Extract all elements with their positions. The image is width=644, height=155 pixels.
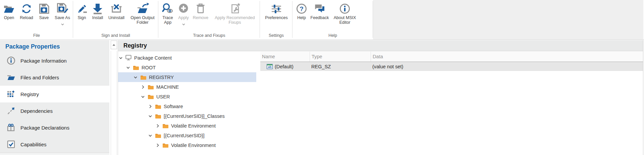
tree-node--currentusersid-[interactable]: [{CurrentUserSID}]: [118, 131, 256, 140]
column-header-type[interactable]: Type: [310, 52, 371, 62]
column-header-data[interactable]: Data: [371, 52, 643, 62]
tree-node-root[interactable]: ROOT: [118, 63, 256, 72]
feedback-button[interactable]: Feedback: [309, 2, 330, 25]
uninstall-button[interactable]: Uninstall: [106, 2, 127, 25]
chevron-down-icon[interactable]: [133, 75, 139, 80]
tree-node-label: REGISTRY: [149, 75, 174, 80]
files-and-folders-icon: [7, 73, 15, 82]
reload-button[interactable]: Reload: [17, 2, 36, 27]
registry-values-table: NameTypeData ab(Default)REG_SZ(value not…: [260, 52, 643, 71]
tree-node-label: Package Content: [134, 55, 172, 61]
ribbon-group-sign-and-install: SignInstallUninstallOpen Output FolderSi…: [73, 0, 158, 40]
ribbon-group-label: Sign and Install: [73, 33, 158, 38]
ribbon-button-label: Open: [4, 15, 14, 20]
sidebar-scrollbar[interactable]: [111, 41, 117, 155]
save-as-button[interactable]: Save As: [52, 2, 73, 27]
value-data: (value not set): [371, 64, 643, 69]
sidebar-item-registry[interactable]: Registry: [0, 86, 109, 102]
ribbon-group-help: ?HelpFeedbackAbout MSIX EditorHelp: [292, 0, 373, 40]
chevron-right-icon[interactable]: [148, 104, 154, 109]
install-icon: [91, 2, 104, 15]
column-header-name[interactable]: Name: [260, 52, 310, 62]
help-button[interactable]: ?Help: [294, 2, 309, 25]
ribbon-button-label: Preferences: [265, 15, 287, 20]
svg-text:?: ?: [300, 5, 304, 12]
trace-app-button[interactable]: Trace App: [160, 2, 176, 27]
help-icon: ?: [295, 2, 308, 15]
tree-node-software[interactable]: Software: [118, 101, 256, 111]
dropdown-chevron-icon: [182, 21, 185, 27]
chevron-down-icon[interactable]: [126, 65, 131, 70]
tree-node-label: MACHINE: [156, 84, 179, 90]
apply-button[interactable]: Apply: [176, 2, 191, 27]
chevron-right-icon[interactable]: [141, 85, 146, 89]
chevron-down-icon[interactable]: [141, 94, 146, 99]
open-output-folder-button[interactable]: Open Output Folder: [127, 2, 158, 25]
folder-icon: [155, 104, 162, 109]
tree-node-user[interactable]: USER: [118, 92, 256, 101]
sidebar-item-package-declarations[interactable]: Package Declarations: [0, 119, 109, 136]
ribbon-button-label: Help: [297, 15, 306, 20]
sidebar-item-package-information[interactable]: Package Information: [0, 52, 109, 69]
trace-app-icon: [161, 2, 174, 15]
ribbon-group-trace-and-fixups: Trace AppApplyRemoveApply Recommended Fi…: [158, 0, 260, 40]
ribbon-toolbar: OpenReloadSaveSave AsFileSignInstallUnin…: [0, 0, 644, 40]
sidebar-item-label: Package Information: [20, 58, 67, 64]
open-output-folder-icon: [136, 2, 149, 15]
tree-node-volatile-environment[interactable]: Volatile Environment: [118, 140, 256, 150]
ribbon-button-label: Open Output Folder: [127, 15, 158, 25]
registry-tree: Package ContentROOTREGISTRYMACHINEUSERSo…: [118, 53, 256, 150]
sidebar-item-files-and-folders[interactable]: Files and Folders: [0, 69, 109, 86]
dropdown-chevron-icon: [61, 21, 64, 27]
open-button[interactable]: Open: [1, 2, 17, 27]
msix-editor-window: OpenReloadSaveSave AsFileSignInstallUnin…: [0, 0, 644, 155]
open-icon: [3, 2, 15, 15]
ribbon-group-separator: [373, 1, 373, 38]
sidebar-item-capabilities[interactable]: Capabilities: [0, 136, 109, 153]
chevron-down-icon[interactable]: [148, 133, 154, 138]
remove-button[interactable]: Remove: [191, 2, 210, 27]
tree-node-registry[interactable]: REGISTRY: [118, 72, 256, 82]
preferences-button[interactable]: Preferences: [261, 2, 291, 20]
preferences-icon: [270, 2, 283, 15]
tree-node-machine[interactable]: MACHINE: [118, 82, 256, 92]
tree-node-package-content[interactable]: Package Content: [118, 53, 256, 63]
tree-node--currentusersid-classes[interactable]: [{CurrentUserSID}]_Classes: [118, 111, 256, 121]
value-name: (Default): [275, 64, 293, 69]
folder-icon: [140, 75, 147, 80]
chevron-right-icon[interactable]: [156, 143, 161, 148]
ribbon-button-label: Uninstall: [108, 15, 124, 20]
scroll-up-button[interactable]: [111, 41, 117, 49]
scrollbar-track[interactable]: [111, 51, 117, 155]
apply-recommended-fixups-button[interactable]: Apply Recommended Fixups: [210, 2, 260, 27]
remove-icon: [194, 2, 207, 15]
tree-node-volatile-environment[interactable]: Volatile Environment: [118, 121, 256, 131]
ribbon-button-label: Apply Recommended Fixups: [210, 15, 260, 25]
package-information-icon: [7, 56, 15, 65]
ribbon-filler: [373, 0, 643, 40]
ribbon-button-label: Remove: [193, 15, 209, 20]
folder-icon: [148, 84, 154, 90]
chevron-down-icon[interactable]: [148, 114, 154, 119]
sidebar-item-label: Capabilities: [20, 142, 47, 147]
dependencies-icon: [7, 106, 15, 115]
about-msix-editor-button[interactable]: About MSIX Editor: [330, 2, 360, 25]
install-button[interactable]: Install: [89, 2, 106, 25]
save-as-icon: [56, 2, 69, 15]
ribbon-button-label: Feedback: [311, 15, 329, 20]
sidebar-item-dependencies[interactable]: Dependencies: [0, 102, 109, 119]
chevron-right-icon[interactable]: [156, 124, 161, 128]
value-row--default-[interactable]: ab(Default)REG_SZ(value not set): [260, 62, 643, 71]
folder-icon: [133, 65, 140, 70]
tree-node-label: [{CurrentUserSID}]_Classes: [164, 113, 225, 119]
folder-icon: [155, 133, 162, 138]
folder-icon: [162, 123, 169, 129]
save-button[interactable]: Save: [36, 2, 52, 27]
computer-icon: [125, 55, 132, 61]
sidebar-item-label: Package Declarations: [20, 125, 69, 131]
folder-icon: [148, 94, 154, 99]
scroll-up-icon: [112, 44, 115, 46]
tree-node-label: Software: [164, 104, 183, 109]
sign-button[interactable]: Sign: [74, 2, 89, 25]
chevron-down-icon[interactable]: [119, 56, 124, 60]
